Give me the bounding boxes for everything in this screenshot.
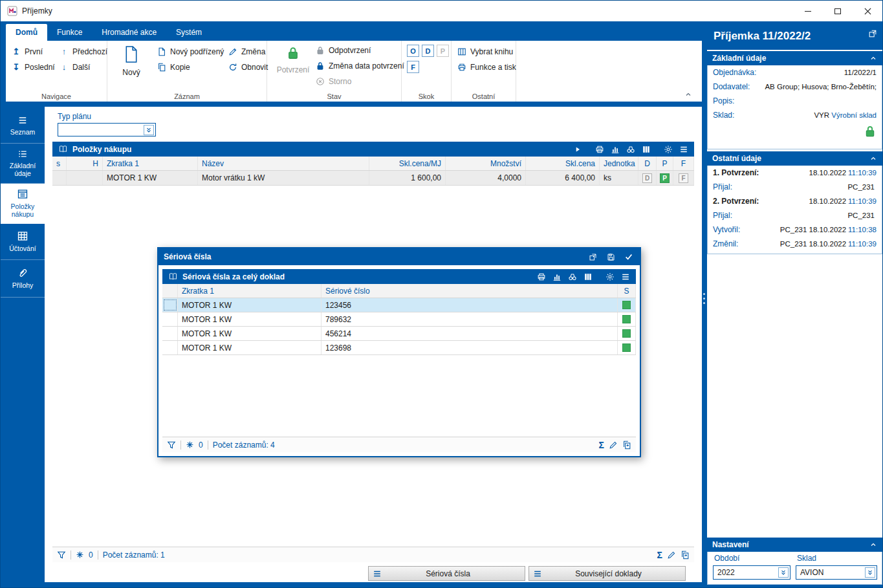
copy-grid-icon[interactable] [681, 550, 690, 560]
unconfirm-button[interactable]: Odpotvrzení [315, 43, 371, 57]
tab-system[interactable]: Systém [166, 24, 212, 41]
col-zkratka[interactable]: Zkratka 1 [107, 159, 139, 168]
chevron-up-icon[interactable] [869, 155, 877, 162]
tab-hromadne-akce[interactable]: Hromadné akce [92, 24, 166, 41]
col-d[interactable]: D [644, 159, 650, 168]
popup-window-icon[interactable] [587, 252, 598, 262]
col-jednotka[interactable]: Jednotka [604, 159, 635, 168]
jump-d-button[interactable]: D [422, 45, 434, 57]
jump-p-button[interactable]: P [437, 45, 449, 57]
col-zkratka[interactable]: Zkratka 1 [182, 287, 214, 296]
jump-f-button[interactable]: F [407, 61, 419, 73]
col-mnozstvi[interactable]: Množství [490, 159, 521, 168]
col-p[interactable]: P [662, 159, 667, 168]
sklad-select[interactable]: AVION [796, 565, 877, 580]
binoculars-search-icon[interactable] [567, 272, 578, 282]
serial-row[interactable]: MOTOR 1 KW 789632 [162, 312, 636, 327]
section-header-nastaveni[interactable]: Nastavení [707, 538, 882, 552]
flag-p[interactable]: P [660, 173, 670, 183]
chevron-down-icon[interactable] [778, 567, 789, 578]
panel-splitter[interactable] [703, 293, 705, 304]
save-icon[interactable] [605, 252, 616, 262]
sklad-value[interactable]: VYR Výrobní sklad [814, 111, 877, 119]
sum-icon[interactable]: Σ [657, 550, 662, 560]
sklad-name[interactable]: Výrobní sklad [831, 111, 877, 119]
table-row[interactable]: MOTOR 1 KW Motor vrátku 1 kW 1 600,00 4,… [52, 171, 694, 186]
serial-numbers-button[interactable]: Sériová čísla [368, 566, 525, 581]
section-header-zakladni[interactable]: Základní údaje [707, 51, 882, 65]
flag-f[interactable]: F [679, 173, 688, 183]
typ-planu-select[interactable] [58, 123, 156, 136]
chart-icon[interactable] [551, 272, 563, 282]
previous-button[interactable]: ↑ Předchozí [59, 45, 107, 58]
next-button[interactable]: ↓ Další [59, 60, 90, 74]
chevron-up-icon[interactable] [869, 541, 877, 549]
chart-icon[interactable] [609, 144, 621, 155]
serial-row[interactable]: MOTOR 1 KW 456214 [162, 327, 636, 341]
dialog-titlebar[interactable]: Sériová čísla [158, 248, 640, 265]
tab-funkce[interactable]: Funkce [47, 24, 92, 41]
edit-pencil-icon[interactable] [609, 441, 618, 450]
confirm-check-icon[interactable] [623, 252, 635, 262]
chevron-down-icon[interactable] [865, 567, 875, 578]
star-filter-icon[interactable] [186, 441, 194, 449]
col-seriove-cislo[interactable]: Sériové číslo [325, 287, 370, 296]
col-f[interactable]: F [681, 159, 686, 168]
sidebar-item-seznam[interactable]: Seznam [1, 109, 45, 144]
related-documents-button[interactable]: Související doklady [529, 566, 686, 581]
close-button[interactable] [853, 1, 882, 21]
binoculars-search-icon[interactable] [625, 144, 637, 155]
sidebar-item-uctovani[interactable]: Účtování [1, 224, 45, 260]
confirm-button[interactable]: Potvrzení [275, 42, 311, 74]
refresh-button[interactable]: Obnovit [228, 60, 268, 74]
change-confirm-date-button[interactable]: Změna data potvrzení [315, 59, 404, 72]
popup-window-icon[interactable] [868, 29, 877, 38]
copy-grid-icon[interactable] [622, 441, 631, 450]
section-header-ostatni[interactable]: Ostatní údaje [707, 151, 882, 166]
storno-button[interactable]: Storno [315, 74, 351, 88]
print-icon[interactable] [536, 272, 547, 282]
chevron-down-icon[interactable] [144, 125, 154, 135]
gear-icon[interactable] [662, 144, 674, 155]
last-button[interactable]: ↧ Poslední [11, 60, 55, 74]
col-s[interactable]: s [56, 159, 60, 168]
sidebar-item-polozky-nakupu[interactable]: Položky nákupu [1, 184, 45, 224]
minimize-button[interactable] [793, 1, 823, 21]
col-h[interactable]: H [93, 159, 98, 168]
first-button[interactable]: ↥ První [11, 45, 43, 58]
col-cena-mj[interactable]: Skl.cena/MJ [399, 159, 441, 168]
sum-icon[interactable]: Σ [599, 441, 604, 450]
functions-print-button[interactable]: Funkce a tisk [457, 60, 516, 74]
sidebar-item-zakladni-udaje[interactable]: Základní údaje [1, 144, 45, 184]
filter-icon[interactable] [57, 550, 66, 560]
collapse-ribbon-icon[interactable] [684, 91, 693, 98]
obdobi-select[interactable]: 2022 [713, 565, 790, 580]
col-cena[interactable]: Skl.cena [565, 159, 595, 168]
gear-icon[interactable] [604, 272, 616, 282]
change-button[interactable]: Změna [228, 45, 265, 58]
select-book-button[interactable]: Vybrat knihu [457, 45, 513, 58]
tab-domu[interactable]: Domů [6, 24, 47, 41]
play-icon[interactable] [572, 144, 583, 155]
col-nazev[interactable]: Název [202, 159, 224, 168]
columns-icon[interactable] [582, 272, 594, 282]
chevron-up-icon[interactable] [869, 54, 877, 62]
jump-o-button[interactable]: O [407, 45, 419, 57]
col-s[interactable]: S [624, 287, 629, 296]
copy-button[interactable]: Kopie [157, 60, 190, 74]
objednavka-value[interactable]: 11/2022/1 [844, 69, 877, 76]
edit-pencil-icon[interactable] [667, 550, 676, 560]
dodavatel-value[interactable]: AB Group; Husova; Brno-Žebětín; [765, 83, 877, 91]
print-icon[interactable] [594, 144, 605, 155]
maximize-button[interactable] [823, 1, 853, 21]
serial-row[interactable]: MOTOR 1 KW 123698 [162, 341, 636, 355]
columns-icon[interactable] [640, 144, 652, 155]
sidebar-item-prilohy[interactable]: Přílohy [1, 260, 45, 298]
filter-icon[interactable] [167, 441, 176, 450]
new-child-button[interactable]: Nový podřízený [157, 45, 224, 58]
menu-icon[interactable] [678, 144, 690, 155]
new-button[interactable]: Nový [116, 42, 146, 77]
menu-icon[interactable] [620, 272, 631, 282]
star-filter-icon[interactable] [76, 550, 84, 559]
flag-d[interactable]: D [642, 173, 652, 183]
